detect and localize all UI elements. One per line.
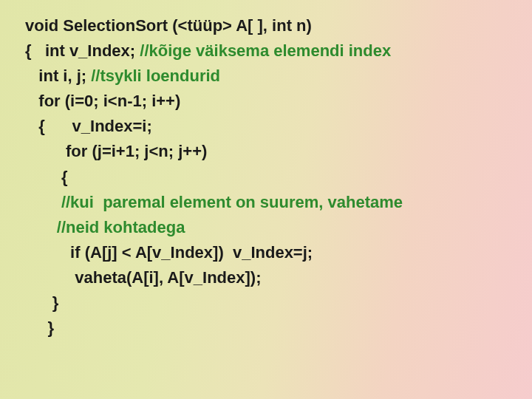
code-text: void SelectionSort (<tüüp> A[ ], int n) (25, 16, 312, 35)
code-text: } (25, 293, 58, 312)
code-slide: void SelectionSort (<tüüp> A[ ], int n) … (0, 0, 532, 341)
code-line-12: } (25, 290, 519, 316)
code-line-2: { int v_Index; //kõige väiksema elemendi… (25, 38, 519, 64)
code-comment: //kõige väiksema elemendi index (140, 41, 391, 60)
code-line-3: int i, j; //tsykli loendurid (25, 64, 519, 89)
code-text: { (25, 168, 67, 186)
code-comment: //tsykli loendurid (91, 66, 220, 85)
code-line-8: //kui paremal element on suurem, vahetam… (25, 190, 519, 215)
code-line-1: void SelectionSort (<tüüp> A[ ], int n) (25, 13, 519, 38)
code-comment: //neid kohtadega (25, 218, 185, 236)
code-line-13: } (25, 316, 519, 341)
code-line-7: { (25, 165, 519, 190)
code-text: } (25, 318, 54, 337)
code-line-4: for (i=0; i<n-1; i++) (25, 89, 519, 114)
code-line-11: vaheta(A[i], A[v_Index]); (25, 265, 519, 290)
code-text: int i, j; (25, 66, 91, 85)
code-text: { int v_Index; (25, 41, 140, 60)
code-line-6: for (j=i+1; j<n; j++) (25, 139, 519, 164)
code-line-10: if (A[j] < A[v_Index]) v_Index=j; (25, 240, 519, 265)
code-text: vaheta(A[i], A[v_Index]); (25, 268, 261, 287)
code-text: if (A[j] < A[v_Index]) v_Index=j; (25, 243, 313, 262)
code-comment: //kui paremal element on suurem, vahetam… (25, 193, 403, 211)
code-line-9: //neid kohtadega (25, 215, 519, 240)
code-text: for (i=0; i<n-1; i++) (25, 92, 180, 110)
code-text: for (j=i+1; j<n; j++) (25, 142, 207, 160)
code-line-5: { v_Index=i; (25, 114, 519, 139)
code-text: { v_Index=i; (25, 117, 152, 135)
